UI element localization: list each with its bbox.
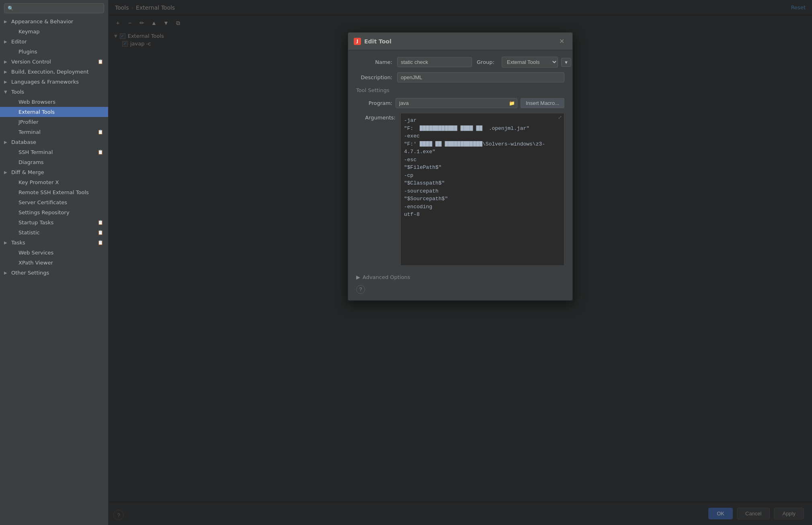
search-wrap[interactable]: 🔍 [4,3,104,13]
tool-settings-header: Tool Settings [356,87,564,93]
description-row: Description: [356,72,564,82]
insert-macro-button[interactable]: Insert Macro... [521,98,564,108]
sidebar-item-label: Editor [11,39,27,45]
badge-icon: 📋 [98,129,103,135]
dialog-icon: J [354,38,361,45]
sidebar-item-label: Startup Tasks [18,219,53,226]
sidebar-item-other-settings[interactable]: ▶ Other Settings [0,268,108,278]
sidebar-item-remote-ssh[interactable]: ▶ Remote SSH External Tools [0,187,108,197]
sidebar-item-diagrams[interactable]: ▶ Diagrams [0,157,108,167]
description-label: Description: [356,74,392,80]
sidebar-item-tasks[interactable]: ▶ Tasks 📋 [0,238,108,248]
sidebar-item-label: Database [11,139,36,145]
name-row: Name: Group: External Tools ▼ [356,57,564,68]
sidebar-item-label: Tasks [11,240,25,246]
expand-textarea-icon[interactable]: ⤢ [558,115,562,120]
sidebar-item-terminal[interactable]: ▶ Terminal 📋 [0,127,108,137]
sidebar-item-server-certs[interactable]: ▶ Server Certificates [0,197,108,207]
sidebar-item-label: Settings Repository [18,209,70,215]
advanced-options-label: Advanced Options [363,274,410,280]
group-dropdown-arrow[interactable]: ▼ [561,58,571,67]
group-label: Group: [477,59,497,65]
sidebar-item-label: Diff & Merge [11,169,44,175]
sidebar-item-label: Keymap [18,29,39,35]
name-input[interactable] [397,57,472,67]
sidebar-item-build[interactable]: ▶ Build, Execution, Deployment [0,67,108,77]
sidebar-item-label: Version Control [11,59,51,65]
sidebar-item-label: Terminal [18,129,41,135]
sidebar-item-xpath-viewer[interactable]: ▶ XPath Viewer [0,258,108,268]
browse-icon: 📁 [509,100,515,106]
sidebar-item-tools[interactable]: ▼ Tools [0,87,108,97]
advanced-options-row[interactable]: ▶ Advanced Options [356,272,564,283]
sidebar-item-label: Languages & Frameworks [11,79,79,85]
badge-icon: 📋 [98,59,103,64]
program-row: Program: 📁 Insert Macro... [356,98,564,108]
sidebar-item-label: SSH Terminal [18,149,53,155]
expand-icon-tools: ▼ [4,90,9,94]
sidebar-item-diff-merge[interactable]: ▶ Diff & Merge [0,167,108,177]
sidebar-item-appearance[interactable]: ▶ Appearance & Behavior [0,16,108,27]
sidebar-item-editor[interactable]: ▶ Editor [0,37,108,47]
program-label: Program: [356,100,392,106]
sidebar-item-external-tools[interactable]: ▶ External Tools [0,107,108,117]
sidebar-item-database[interactable]: ▶ Database [0,137,108,147]
sidebar-item-startup-tasks[interactable]: ▶ Startup Tasks 📋 [0,217,108,228]
sidebar-item-key-promoter[interactable]: ▶ Key Promoter X [0,177,108,187]
sidebar-item-label: Plugins [18,49,37,55]
sidebar-item-plugins[interactable]: ▶ Plugins [0,47,108,57]
sidebar-item-keymap[interactable]: ▶ Keymap [0,27,108,37]
name-label: Name: [356,59,392,65]
dialog-icon-label: J [357,39,358,43]
search-bar[interactable]: 🔍 [0,0,108,16]
sidebar-item-statistic[interactable]: ▶ Statistic 📋 [0,228,108,238]
sidebar-item-jprofiler[interactable]: ▶ JProfiler [0,117,108,127]
group-dropdown[interactable]: External Tools [502,57,558,68]
sidebar-item-web-services[interactable]: ▶ Web Services [0,248,108,258]
badge-icon: 📋 [98,220,103,225]
sidebar-item-version-control[interactable]: ▶ Version Control 📋 [0,57,108,67]
expand-icon-other: ▶ [4,271,9,275]
app-layout: 🔍 ▶ Appearance & Behavior ▶ Keymap ▶ Edi… [0,0,812,525]
badge-icon: 📋 [98,150,103,155]
expand-icon-diff: ▶ [4,170,9,174]
badge-icon: 📋 [98,230,103,235]
expand-icon-appearance: ▶ [4,19,9,24]
expand-icon-tasks: ▶ [4,240,9,245]
arguments-section: Arguments: -jar "F: ████████████ ████ ██… [356,113,564,267]
sidebar-item-label: JProfiler [18,119,39,125]
sidebar-item-ssh-terminal[interactable]: ▶ SSH Terminal 📋 [0,147,108,157]
sidebar-item-label: Other Settings [11,270,49,276]
sidebar-item-label: Remote SSH External Tools [18,189,89,195]
arguments-label: Arguments: [356,113,400,267]
dialog-header: J Edit Tool ✕ [348,33,572,50]
sidebar-item-label: Tools [11,89,24,95]
sidebar-item-label: XPath Viewer [18,260,53,266]
arguments-textarea[interactable]: -jar "F: ████████████ ████ ██ .openjml.j… [400,113,564,266]
sidebar-item-languages[interactable]: ▶ Languages & Frameworks [0,77,108,87]
expand-icon-editor: ▶ [4,39,9,44]
dialog-close-button[interactable]: ✕ [557,37,567,46]
dialog-help-button[interactable]: ? [356,285,365,294]
sidebar-item-label: Statistic [18,230,40,236]
arguments-textarea-wrap: -jar "F: ████████████ ████ ██ .openjml.j… [400,113,564,267]
sidebar-item-label: External Tools [18,109,55,115]
sidebar-item-label: Key Promoter X [18,179,59,185]
program-input[interactable] [396,98,517,108]
description-input[interactable] [397,72,564,82]
group-select-row: External Tools ▼ [502,57,571,68]
dialog-body: Name: Group: External Tools ▼ Descriptio… [348,50,572,300]
sidebar-item-label: Diagrams [18,159,44,165]
search-icon: 🔍 [8,6,14,11]
sidebar-item-label: Appearance & Behavior [11,18,73,25]
expand-icon-vc: ▶ [4,59,9,64]
edit-tool-dialog: J Edit Tool ✕ Name: Group: [348,32,573,301]
sidebar-item-web-browsers[interactable]: ▶ Web Browsers [0,97,108,107]
sidebar: 🔍 ▶ Appearance & Behavior ▶ Keymap ▶ Edi… [0,0,109,525]
badge-icon: 📋 [98,240,103,245]
dialog-title: J Edit Tool [354,38,392,45]
search-input[interactable] [16,5,100,11]
sidebar-item-settings-repo[interactable]: ▶ Settings Repository [0,207,108,217]
sidebar-item-label: Web Browsers [18,99,55,105]
dialog-title-text: Edit Tool [364,38,392,45]
